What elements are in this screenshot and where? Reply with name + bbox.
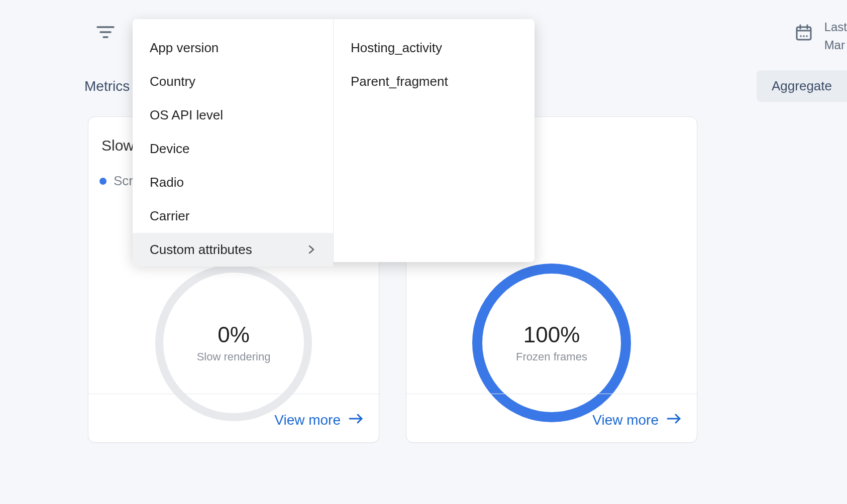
filter-menu-primary: App version Country OS API level Device … <box>133 19 334 262</box>
menu-item-device[interactable]: Device <box>133 132 333 166</box>
legend-slow: Scr <box>99 173 133 189</box>
menu-item-label: Parent_fragment <box>351 74 448 89</box>
svg-rect-3 <box>797 27 811 40</box>
donut-frozen: 100% Frozen frames <box>471 263 632 423</box>
menu-item-hosting-activity[interactable]: Hosting_activity <box>334 31 535 65</box>
date-range-picker[interactable]: Last Mar <box>795 20 847 52</box>
card-divider <box>88 394 379 394</box>
menu-item-label: App version <box>150 40 219 56</box>
menu-item-label: Country <box>150 74 195 89</box>
card-title-slow: Slow <box>101 137 134 154</box>
menu-item-label: Carrier <box>150 208 189 224</box>
menu-item-country[interactable]: Country <box>133 65 333 98</box>
view-more-button-slow[interactable]: View more <box>274 412 364 428</box>
menu-item-label: Radio <box>150 175 184 190</box>
menu-item-carrier[interactable]: Carrier <box>133 199 333 233</box>
donut-percent-frozen: 100% <box>516 322 587 347</box>
donut-slow: 0% Slow rendering <box>153 263 314 423</box>
svg-point-8 <box>803 35 805 37</box>
menu-item-radio[interactable]: Radio <box>133 166 333 199</box>
view-more-label: View more <box>274 412 341 428</box>
svg-point-9 <box>806 35 808 37</box>
filter-menu-secondary: Hosting_activity Parent_fragment <box>334 19 535 262</box>
card-divider <box>406 394 697 394</box>
menu-item-label: OS API level <box>150 107 223 123</box>
legend-dot-icon <box>99 178 107 185</box>
svg-point-7 <box>800 35 802 37</box>
view-more-button-frozen[interactable]: View more <box>592 412 682 428</box>
menu-item-app-version[interactable]: App version <box>133 31 333 65</box>
menu-item-parent-fragment[interactable]: Parent_fragment <box>334 65 535 98</box>
chevron-right-icon <box>307 242 316 258</box>
filter-menu: App version Country OS API level Device … <box>133 19 535 262</box>
date-line1: Last <box>824 20 847 34</box>
donut-label-slow: Slow rendering <box>197 350 271 363</box>
legend-label-slow: Scr <box>114 173 133 189</box>
menu-item-os-api-level[interactable]: OS API level <box>133 98 333 132</box>
view-more-label: View more <box>592 412 659 428</box>
menu-item-label: Custom attributes <box>150 242 252 258</box>
calendar-icon <box>795 24 812 41</box>
filter-icon[interactable] <box>96 25 115 39</box>
menu-item-label: Hosting_activity <box>351 40 442 56</box>
arrow-right-icon <box>667 412 682 428</box>
arrow-right-icon <box>349 412 364 428</box>
donut-label-frozen: Frozen frames <box>516 350 587 363</box>
aggregate-button[interactable]: Aggregate <box>757 70 847 102</box>
date-range-text: Last Mar <box>824 20 847 52</box>
metrics-heading: Metrics <box>84 78 130 94</box>
menu-item-label: Device <box>150 141 189 157</box>
menu-item-custom-attributes[interactable]: Custom attributes <box>133 233 333 267</box>
date-line2: Mar <box>824 38 847 52</box>
donut-percent-slow: 0% <box>197 322 271 347</box>
